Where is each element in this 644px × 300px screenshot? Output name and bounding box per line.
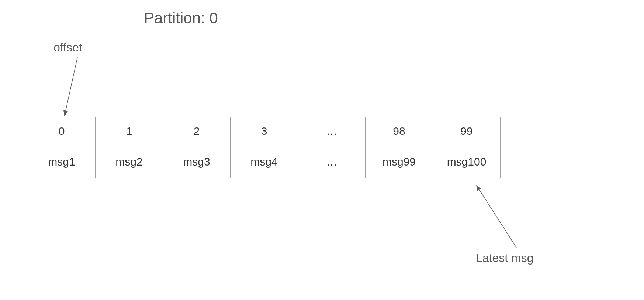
offset-cell: 3 xyxy=(231,117,298,145)
svg-line-1 xyxy=(65,57,77,116)
partition-title: Partition: 0 xyxy=(144,9,218,27)
offset-cell: … xyxy=(298,117,366,145)
latest-msg-label: Latest msg xyxy=(476,251,534,265)
offset-cell: 1 xyxy=(96,117,163,145)
offset-cell: 0 xyxy=(28,117,96,145)
message-row: msg1 msg2 msg3 msg4 … msg99 msg100 xyxy=(28,145,501,178)
message-cell: msg100 xyxy=(433,145,501,178)
offset-cell: 2 xyxy=(163,117,231,145)
message-cell: msg1 xyxy=(28,145,96,178)
offset-label: offset xyxy=(53,41,82,54)
message-cell: msg2 xyxy=(96,145,163,178)
partition-table: 0 1 2 3 … 98 99 msg1 msg2 msg3 msg4 … ms… xyxy=(28,117,501,178)
offset-arrow-icon xyxy=(55,54,92,120)
offset-row: 0 1 2 3 … 98 99 xyxy=(28,117,501,145)
message-cell: … xyxy=(298,145,366,178)
svg-line-3 xyxy=(477,185,516,248)
message-cell: msg3 xyxy=(163,145,231,178)
offset-cell: 99 xyxy=(433,117,501,145)
message-cell: msg4 xyxy=(231,145,298,178)
message-cell: msg99 xyxy=(366,145,433,178)
latest-arrow-icon xyxy=(472,181,539,251)
offset-cell: 98 xyxy=(366,117,433,145)
